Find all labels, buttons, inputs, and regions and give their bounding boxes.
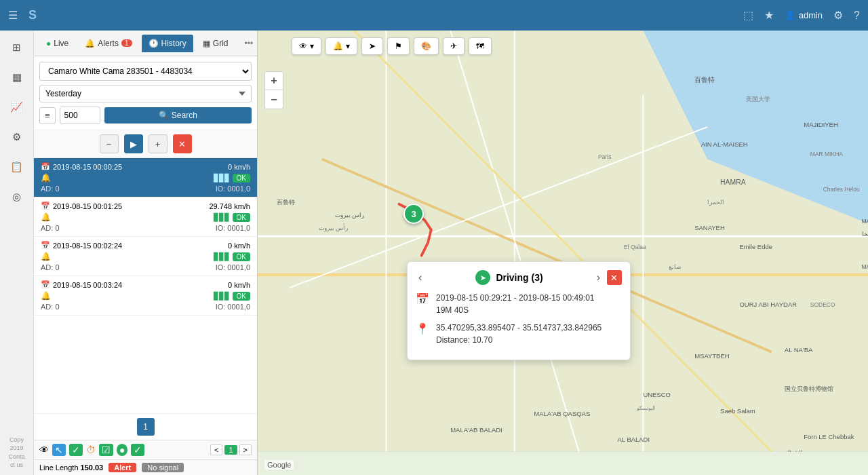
svg-text:اليونسكو: اليونسكو [636, 405, 655, 411]
screen-icon[interactable]: ⬚ [743, 9, 753, 22]
io-4: IO: 0001,0 [216, 303, 250, 311]
filter-clock-icon[interactable]: ⏱ [86, 444, 96, 455]
palette-tool-button[interactable]: 🎨 [414, 37, 439, 55]
settings-nav-icon[interactable]: ⚙ [833, 9, 843, 22]
filter-check2-icon[interactable]: ✓ [131, 444, 144, 456]
play-button[interactable]: ▶ [124, 134, 143, 153]
flag-tool-button[interactable]: ⚑ [387, 37, 410, 55]
tab-history[interactable]: 🕐 History [142, 35, 193, 52]
filter-cursor-icon[interactable]: ↖ [52, 444, 66, 456]
tab-live-label: Live [54, 39, 68, 48]
bell-icon-4: 🔔 [41, 291, 51, 301]
tab-live[interactable]: ● Live [39, 35, 75, 52]
svg-text:百鲁特: 百鲁特 [694, 76, 715, 83]
tab-alerts[interactable]: 🔔 Alerts 1 [78, 35, 138, 52]
svg-text:مار ميخا: مار ميخا [862, 231, 868, 238]
history-item[interactable]: 📅 2019-08-15 00:03:24 0 km/h 🔔 ▊▊▊ OK AD… [34, 276, 257, 316]
sidebar-icons: ⊞ ▦ 📈 ⚙ 📋 ◎ Copy 2019 Contact us [0, 31, 34, 475]
history-item[interactable]: 📅 2019-08-15 00:01:25 29.748 km/h 🔔 ▊▊▊ … [34, 197, 257, 237]
signal-icon-3: ▊▊▊ [214, 252, 230, 261]
sidebar-icon-report[interactable]: 📋 [5, 155, 28, 178]
popup-time-text: 2019-08-15 00:29:21 - 2019-08-15 00:49:0… [436, 292, 595, 316]
footer-contact: Contact us [8, 453, 24, 470]
svg-text:Forn LE Chebbak: Forn LE Chebbak [804, 433, 854, 440]
popup-prev-button[interactable]: ‹ [416, 271, 425, 284]
map-area[interactable]: 百鲁特 美国大学 AIN AL-MAISEH MAJIDIYEH HAMRA ا… [258, 31, 868, 475]
footer-copy: Copy [8, 436, 24, 444]
svg-text:美国大学: 美国大学 [746, 96, 770, 102]
nav-arrows: < 1 > [210, 444, 252, 455]
tab-grid[interactable]: ▦ Grid [196, 35, 235, 52]
admin-user-icon: 👤 [785, 10, 795, 20]
speed-4: 0 km/h [228, 281, 250, 289]
popup-close-button[interactable]: ✕ [607, 270, 622, 285]
svg-text:国立贝鲁特博物馆: 国立贝鲁特博物馆 [785, 385, 833, 392]
map-tool-button[interactable]: 🗺 [469, 37, 492, 55]
history-list: 📅 2019-08-15 00:00:25 0 km/h 🔔 ▊▊▊ OK A [34, 158, 257, 413]
filter-eye-icon[interactable]: 👁 [39, 444, 49, 455]
timestamp-3: 2019-08-15 00:02:24 [53, 242, 122, 250]
svg-line-11 [354, 31, 772, 452]
history-item[interactable]: 📅 2019-08-15 00:02:24 0 km/h 🔔 ▊▊▊ OK AD… [34, 237, 257, 276]
filter-check-icon[interactable]: ✓ [69, 444, 83, 456]
map-pin[interactable]: 3 [403, 204, 424, 224]
sub-tabs: ● Live 🔔 Alerts 1 🕐 History ▦ Grid ••• [34, 31, 257, 56]
history-item[interactable]: 📅 2019-08-15 00:00:25 0 km/h 🔔 ▊▊▊ OK A [34, 158, 257, 197]
sidebar-icon-chart[interactable]: 📈 [5, 96, 28, 119]
alert-tool-button[interactable]: 🔔 ▾ [326, 37, 357, 55]
svg-text:AIN AL-MAISEH: AIN AL-MAISEH [701, 140, 748, 148]
bookmark-icon[interactable]: ★ [764, 9, 774, 22]
popup-coordinates: 35.470295,33.895407 - 35.514737,33.84296… [436, 322, 601, 334]
sidebar-icon-circle[interactable]: ◎ [5, 185, 28, 208]
flag-tool-icon: ⚑ [395, 41, 402, 51]
eye-tool-button[interactable]: 👁 ▾ [292, 37, 321, 55]
timestamp-2: 2019-08-15 00:01:25 [53, 202, 122, 210]
location-tool-button[interactable]: ✈ [443, 37, 465, 55]
menu-icon[interactable]: ☰ [8, 9, 18, 22]
page-1-button[interactable]: 1 [137, 418, 155, 436]
limit-input[interactable] [60, 107, 100, 124]
popup-header: ‹ ➤ Driving (3) › ✕ [416, 270, 622, 285]
location-tool-icon: ✈ [450, 41, 457, 51]
tab-more[interactable]: ••• [238, 35, 258, 52]
popup-next-button[interactable]: › [594, 271, 603, 284]
bell-icon-1: 🔔 [41, 173, 51, 183]
filter-icons: 👁 ↖ ✓ ⏱ ☑ ● ✓ [39, 444, 144, 456]
rewind-button[interactable]: − [100, 134, 119, 153]
speed-3: 0 km/h [228, 242, 250, 250]
grid-tab-icon: ▦ [203, 39, 210, 48]
bell-icon-2: 🔔 [41, 212, 51, 222]
stop-button[interactable]: ✕ [173, 134, 192, 153]
no-signal-badge: No signal [142, 463, 184, 472]
zoom-out-button[interactable]: − [264, 90, 283, 109]
popup-title-text: Driving (3) [496, 272, 542, 283]
device-select[interactable]: Camaro White Cama 283501 - 4483034 [39, 62, 252, 81]
list-view-button[interactable]: ≡ [39, 107, 56, 124]
alert-tool-icon: 🔔 [333, 41, 343, 51]
logo-text: S [28, 8, 37, 22]
search-button[interactable]: 🔍 Search [104, 107, 252, 124]
sidebar-icon-grid[interactable]: ▦ [5, 66, 28, 89]
zoom-in-button[interactable]: + [264, 71, 283, 90]
next-page-button[interactable]: > [239, 444, 252, 455]
prev-page-button[interactable]: < [210, 444, 222, 455]
panel-controls: Camaro White Cama 283501 - 4483034 Yeste… [34, 56, 257, 130]
eye-tool-arrow: ▾ [310, 41, 314, 51]
svg-rect-0 [258, 31, 868, 452]
svg-text:صانع: صانع [669, 263, 682, 271]
io-1: IO: 0001,0 [216, 185, 250, 193]
filter-checkbox-icon[interactable]: ☑ [99, 444, 113, 456]
filter-drive-icon[interactable]: ● [117, 444, 127, 456]
date-select[interactable]: Yesterday [39, 85, 252, 102]
popup-calendar-icon: 📅 [416, 292, 429, 305]
forward-button[interactable]: + [149, 134, 167, 153]
arrow-tool-button[interactable]: ➤ [361, 37, 383, 55]
popup-distance: Distance: 10.70 [436, 334, 601, 346]
history-icon: 🕐 [149, 39, 159, 48]
help-icon[interactable]: ? [854, 10, 860, 22]
driving-popup: ‹ ➤ Driving (3) › ✕ 📅 2019-08-15 00:29:2… [407, 261, 631, 360]
footer-year: 2019 [8, 444, 24, 453]
sidebar-icon-settings[interactable]: ⚙ [5, 126, 28, 149]
sidebar-icon-layers[interactable]: ⊞ [5, 36, 28, 59]
admin-user[interactable]: 👤 admin [785, 10, 823, 20]
